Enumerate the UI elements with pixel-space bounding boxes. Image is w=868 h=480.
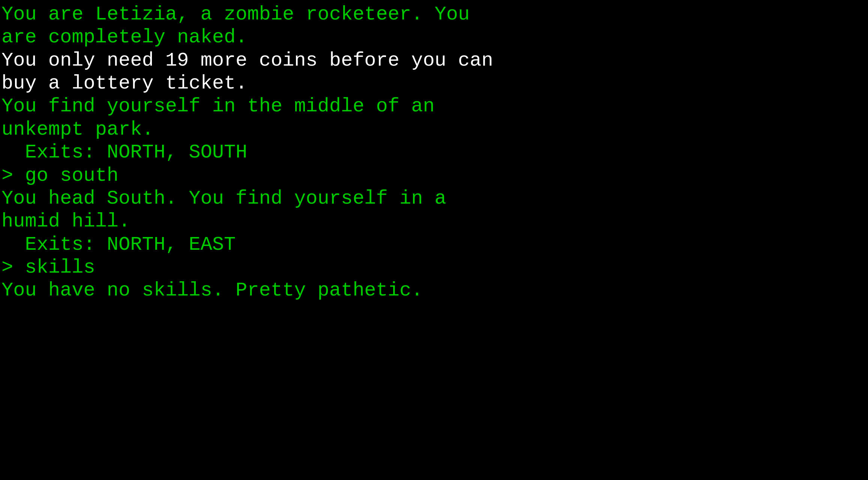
terminal-line-4: buy a lottery ticket.	[2, 72, 868, 95]
terminal-line-2: are completely naked.	[2, 26, 868, 49]
terminal-line-9: You head South. You find yourself in a	[2, 187, 868, 210]
terminal-line-8: > go south	[2, 164, 868, 187]
terminal-output: You are Letizia, a zombie rocketeer. You…	[2, 3, 868, 302]
terminal-line-3: You only need 19 more coins before you c…	[2, 49, 868, 72]
terminal-line-7: Exits: NORTH, SOUTH	[2, 141, 868, 164]
terminal-line-1: You are Letizia, a zombie rocketeer. You	[2, 3, 868, 26]
terminal-line-10: humid hill.	[2, 210, 868, 233]
terminal-line-11: Exits: NORTH, EAST	[2, 233, 868, 256]
terminal-line-6: unkempt park.	[2, 118, 868, 141]
terminal-line-12: > skills	[2, 256, 868, 279]
terminal-line-5: You find yourself in the middle of an	[2, 95, 868, 118]
terminal-line-13: You have no skills. Pretty pathetic.	[2, 279, 868, 302]
